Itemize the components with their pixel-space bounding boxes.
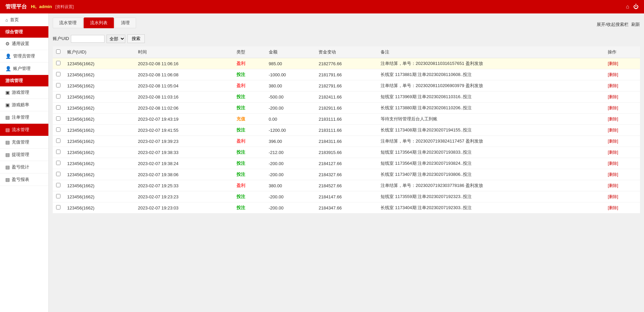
row-checkbox[interactable] bbox=[56, 83, 60, 87]
sidebar-label: 盈亏报表 bbox=[12, 177, 29, 183]
sidebar-item-game-manage[interactable]: ▣ 游戏管理 bbox=[0, 86, 48, 99]
cell-action: [删除] bbox=[604, 103, 640, 114]
sidebar-item-game-odds[interactable]: ▣ 游戏赔率 bbox=[0, 99, 48, 111]
row-checkbox[interactable] bbox=[56, 72, 60, 76]
row-checkbox-cell bbox=[53, 69, 64, 80]
type-select[interactable]: 全部 投注 盈利 充值 bbox=[106, 35, 125, 43]
cell-action: [删除] bbox=[604, 191, 640, 202]
row-checkbox[interactable] bbox=[56, 183, 60, 187]
delete-button[interactable]: [删除] bbox=[608, 83, 618, 88]
tab-flow-list[interactable]: 流水列表 bbox=[84, 17, 114, 28]
row-checkbox[interactable] bbox=[56, 205, 60, 209]
cell-uid: 123456(1662) bbox=[64, 202, 135, 213]
profile-link[interactable]: [资料设置] bbox=[55, 4, 74, 9]
row-checkbox[interactable] bbox=[56, 161, 60, 165]
row-checkbox-cell bbox=[53, 180, 64, 191]
delete-button[interactable]: [删除] bbox=[608, 94, 618, 99]
report-icon: ▤ bbox=[5, 177, 10, 182]
cell-remark: 长线室 1173880期 注单20230208110206..投注 bbox=[377, 103, 604, 114]
cell-uid: 123456(1662) bbox=[64, 69, 135, 80]
sidebar-section-game: 游戏管理 bbox=[0, 75, 48, 86]
cell-time: 2023-02-07 19:39:23 bbox=[135, 136, 233, 147]
sidebar-home[interactable]: ⌂ 首页 bbox=[0, 13, 48, 26]
sidebar-item-account-manage[interactable]: 👤 账户管理 bbox=[0, 63, 48, 75]
sidebar-item-flow-manage[interactable]: ▤ 流水管理 bbox=[0, 124, 48, 136]
row-checkbox[interactable] bbox=[56, 172, 60, 176]
power-icon[interactable]: ⏻ bbox=[633, 4, 639, 10]
delete-button[interactable]: [删除] bbox=[608, 139, 618, 144]
account-icon: 👤 bbox=[5, 66, 11, 71]
cell-type: 投注 bbox=[233, 202, 265, 213]
sidebar-item-profit-stats[interactable]: ▤ 盈亏统计 bbox=[0, 161, 48, 173]
table-row: 123456(1662) 2023-02-07 19:38:06 投注 -200… bbox=[53, 169, 640, 180]
sidebar-item-recharge-manage[interactable]: ▤ 充值管理 bbox=[0, 136, 48, 149]
cell-remark: 短线室 1173564期 注单20230207193833..投注 bbox=[377, 147, 604, 158]
tab-flow-manage[interactable]: 流水管理 bbox=[53, 17, 83, 28]
row-checkbox[interactable] bbox=[56, 150, 60, 154]
delete-button[interactable]: [删除] bbox=[608, 205, 618, 210]
cell-time: 2023-02-08 11:05:04 bbox=[135, 80, 233, 91]
cell-action: [删除] bbox=[604, 169, 640, 180]
sidebar-item-order-manage[interactable]: ▤ 注单管理 bbox=[0, 111, 48, 124]
delete-button[interactable]: [删除] bbox=[608, 117, 618, 121]
cell-balance: 2182411.66 bbox=[315, 91, 377, 103]
username: admin bbox=[39, 4, 52, 9]
select-all-checkbox[interactable] bbox=[56, 49, 60, 54]
row-checkbox[interactable] bbox=[56, 194, 60, 198]
sidebar-label: 流水管理 bbox=[12, 127, 29, 133]
delete-button[interactable]: [删除] bbox=[608, 128, 618, 132]
cell-action: [删除] bbox=[604, 158, 640, 169]
cell-balance: 2184147.66 bbox=[315, 191, 377, 202]
row-checkbox-cell bbox=[53, 91, 64, 103]
flow-icon: ▤ bbox=[5, 127, 10, 132]
home-icon[interactable]: ⌂ bbox=[626, 4, 629, 10]
tab-clear[interactable]: 清理 bbox=[115, 17, 136, 28]
row-checkbox[interactable] bbox=[56, 139, 60, 143]
row-checkbox[interactable] bbox=[56, 105, 60, 110]
th-time: 时间 bbox=[135, 46, 233, 58]
row-checkbox[interactable] bbox=[56, 94, 60, 99]
row-checkbox[interactable] bbox=[56, 61, 60, 65]
delete-button[interactable]: [删除] bbox=[608, 172, 618, 177]
greeting: Hi, admin [资料设置] bbox=[31, 4, 74, 10]
delete-button[interactable]: [删除] bbox=[608, 183, 618, 188]
sidebar-item-admin-manage[interactable]: 👤 管理员管理 bbox=[0, 50, 48, 63]
cell-uid: 123456(1662) bbox=[64, 58, 135, 69]
refresh-btn[interactable]: 刷新 bbox=[631, 22, 640, 28]
settings-icon: ⚙ bbox=[5, 41, 10, 46]
sidebar-item-general-settings[interactable]: ⚙ 通用设置 bbox=[0, 38, 48, 50]
uid-input[interactable] bbox=[71, 35, 104, 43]
table-row: 123456(1662) 2023-02-07 19:23:03 投注 -200… bbox=[53, 202, 640, 213]
th-type: 类型 bbox=[233, 46, 265, 58]
search-button[interactable]: 搜索 bbox=[127, 34, 145, 43]
table-row: 123456(1662) 2023-02-08 11:06:16 盈利 985.… bbox=[53, 58, 640, 69]
cell-time: 2023-02-08 11:06:16 bbox=[135, 58, 233, 69]
topbar-left: 管理平台 Hi, admin [资料设置] bbox=[5, 3, 74, 10]
cell-action: [删除] bbox=[604, 202, 640, 213]
sidebar-item-profit-report[interactable]: ▤ 盈亏报表 bbox=[0, 173, 48, 186]
row-checkbox-cell bbox=[53, 114, 64, 125]
delete-button[interactable]: [删除] bbox=[608, 161, 618, 166]
row-checkbox-cell bbox=[53, 125, 64, 136]
delete-button[interactable]: [删除] bbox=[608, 106, 618, 110]
delete-button[interactable]: [删除] bbox=[608, 150, 618, 155]
cell-action: [删除] bbox=[604, 58, 640, 69]
delete-button[interactable]: [删除] bbox=[608, 194, 618, 199]
sidebar-label: 盈亏统计 bbox=[12, 164, 29, 170]
cell-balance: 2182791.66 bbox=[315, 80, 377, 91]
row-checkbox[interactable] bbox=[56, 116, 60, 121]
admin-icon: 👤 bbox=[5, 53, 11, 59]
sidebar-label: 游戏管理 bbox=[12, 89, 29, 95]
cell-type: 投注 bbox=[233, 158, 265, 169]
row-checkbox[interactable] bbox=[56, 127, 60, 132]
table-row: 123456(1662) 2023-02-07 19:41:55 投注 -120… bbox=[53, 125, 640, 136]
sidebar-label: 提现管理 bbox=[12, 152, 29, 158]
expand-search-btn[interactable]: 展开/收起搜索栏 bbox=[597, 22, 629, 28]
data-table: 账户(UID) 时间 类型 金额 资金变动 备注 操作 123456(1662)… bbox=[53, 46, 640, 213]
table-row: 123456(1662) 2023-02-07 19:25:33 盈利 380.… bbox=[53, 180, 640, 191]
sidebar-item-withdraw-manage[interactable]: ▤ 提现管理 bbox=[0, 149, 48, 161]
delete-button[interactable]: [删除] bbox=[608, 61, 618, 66]
cell-remark: 长线室 1173404期 注单20230207192303..投注 bbox=[377, 202, 604, 213]
table-row: 123456(1662) 2023-02-07 19:38:24 投注 -200… bbox=[53, 158, 640, 169]
delete-button[interactable]: [删除] bbox=[608, 72, 618, 77]
